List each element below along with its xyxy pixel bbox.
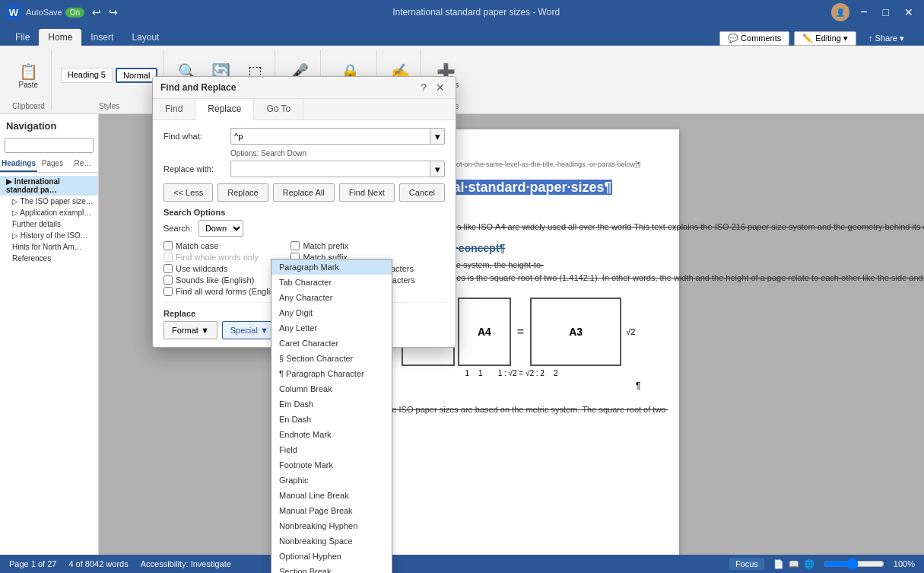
dialog-tabs: Find Replace Go To xyxy=(153,99,456,120)
replace-input[interactable] xyxy=(230,161,430,177)
search-label: Search: xyxy=(164,224,192,233)
replace-label: Replace with: xyxy=(164,164,224,173)
find-dropdown-btn[interactable]: ▾ xyxy=(430,128,445,145)
main-buttons-row: << Less Replace Replace All Find Next Ca… xyxy=(164,183,445,202)
replace-input-area: ▾ xyxy=(230,161,445,177)
dialog-tab-replace[interactable]: Replace xyxy=(195,99,254,120)
special-item-12[interactable]: Field xyxy=(271,442,392,457)
checkbox-wildcards[interactable]: Use wildcards xyxy=(164,264,281,273)
special-item-10[interactable]: En Dash xyxy=(271,412,392,427)
replace-one-button[interactable]: Replace xyxy=(218,183,268,202)
checkbox-match-prefix[interactable]: Match prefix xyxy=(291,241,414,250)
special-item-7[interactable]: ¶ Paragraph Character xyxy=(271,366,392,381)
search-select[interactable]: Down Up All xyxy=(198,220,243,237)
less-button[interactable]: << Less xyxy=(164,183,213,202)
checkbox-match-case[interactable]: Match case xyxy=(164,241,281,250)
find-label: Find what: xyxy=(164,132,224,141)
special-item-20[interactable]: Section Break xyxy=(271,564,392,573)
search-options-title: Search Options xyxy=(164,208,445,217)
dialog-title-buttons: ? ✕ xyxy=(418,81,448,94)
dialog-tab-goto[interactable]: Go To xyxy=(254,99,303,119)
checkbox-word-forms[interactable]: Find all word forms (English) xyxy=(164,287,281,296)
special-item-18[interactable]: Nonbreaking Space xyxy=(271,533,392,549)
dialog-close-button[interactable]: ✕ xyxy=(433,81,448,94)
special-item-0[interactable]: Paragraph Mark xyxy=(271,259,392,275)
special-item-5[interactable]: Caret Character xyxy=(271,336,392,351)
special-item-9[interactable]: Em Dash xyxy=(271,396,392,412)
special-button[interactable]: Special ▼ xyxy=(222,321,277,339)
checkbox-sounds-like[interactable]: Sounds like (English) xyxy=(164,275,281,285)
checkbox-col-left: Match case Find whole words only Use wil… xyxy=(164,241,281,296)
dialog-title: Find and Replace xyxy=(160,82,236,93)
special-item-15[interactable]: Manual Line Break xyxy=(271,488,392,503)
special-item-19[interactable]: Optional Hyphen xyxy=(271,549,392,564)
find-row: Find what: ▾ xyxy=(164,128,445,145)
special-item-11[interactable]: Endnote Mark xyxy=(271,427,392,442)
dialog-titlebar: Find and Replace ? ✕ xyxy=(153,77,456,99)
replace-dropdown-btn[interactable]: ▾ xyxy=(430,161,445,177)
special-item-1[interactable]: Tab Character xyxy=(271,275,392,290)
find-input-area: ▾ xyxy=(230,128,445,145)
replace-row: Replace with: ▾ xyxy=(164,161,445,177)
replace-all-button[interactable]: Replace All xyxy=(273,183,335,202)
find-options-text: Options: Search Down xyxy=(230,149,445,158)
special-item-8[interactable]: Column Break xyxy=(271,381,392,396)
cancel-button[interactable]: Cancel xyxy=(399,183,445,202)
special-item-2[interactable]: Any Character xyxy=(271,290,392,305)
special-item-3[interactable]: Any Digit xyxy=(271,305,392,320)
dialog-help-button[interactable]: ? xyxy=(418,81,430,94)
find-next-button[interactable]: Find Next xyxy=(339,183,395,202)
search-direction-row: Search: Down Up All xyxy=(164,220,445,237)
dialog-tab-find[interactable]: Find xyxy=(153,99,195,119)
format-button[interactable]: Format ▼ xyxy=(164,321,218,339)
checkbox-whole-words: Find whole words only xyxy=(164,253,281,262)
find-input[interactable] xyxy=(230,128,430,145)
dialog-overlay: Find and Replace ? ✕ Find Replace Go To … xyxy=(0,0,924,573)
special-item-13[interactable]: Footnote Mark xyxy=(271,457,392,473)
special-item-14[interactable]: Graphic xyxy=(271,473,392,488)
special-item-17[interactable]: Nonbreaking Hyphen xyxy=(271,518,392,533)
special-dropdown: Paragraph Mark Tab Character Any Charact… xyxy=(271,259,392,573)
special-item-6[interactable]: § Section Character xyxy=(271,351,392,366)
special-item-4[interactable]: Any Letter xyxy=(271,320,392,336)
special-item-16[interactable]: Manual Page Break xyxy=(271,503,392,518)
